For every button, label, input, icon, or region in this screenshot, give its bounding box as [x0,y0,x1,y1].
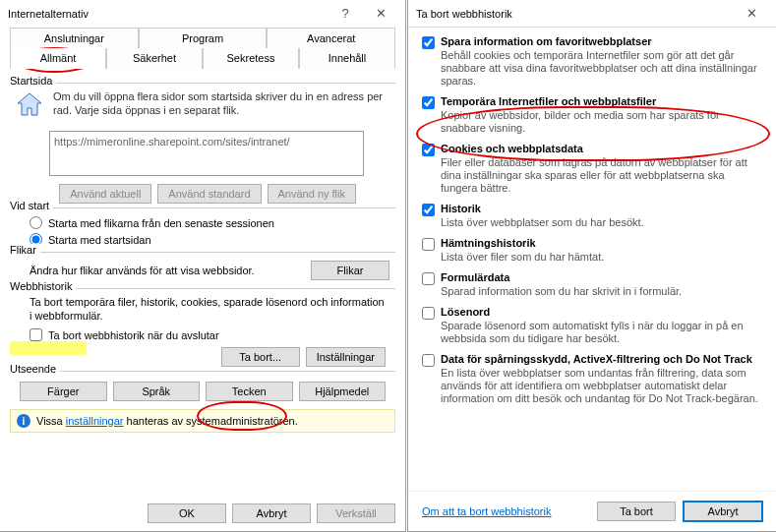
delete-option-0-label: Spara information om favoritwebbplatser [441,35,762,47]
radio-homepage-label: Starta med startsidan [48,234,151,246]
delete-option-4[interactable]: HämtningshistorikLista över filer som du… [422,237,762,264]
delete-options-list: Spara information om favoritwebbplatserB… [408,28,776,405]
delete-option-1-checkbox[interactable] [422,96,435,109]
tabs-settings-button[interactable]: Flikar [311,261,389,280]
delete-cancel-button[interactable]: Avbryt [684,502,762,521]
radio-last-session[interactable]: Starta med flikarna från den senaste ses… [10,214,395,231]
delete-option-2[interactable]: Cookies och webbplatsdataFiler eller dat… [422,143,762,195]
group-history-label: Webbhistorik [10,280,76,292]
delete-option-3-checkbox[interactable] [422,204,435,216]
delete-history-titlebar: Ta bort webbhistorik ✕ [408,0,776,28]
delete-option-7-description: En lista över webbplatser som undantas f… [441,367,762,405]
group-appearance: Utseende Färger Språk Tecken Hjälpmedel [10,371,395,405]
group-homepage-label: Startsida [10,75,56,87]
tab-strip: Anslutningar Program Avancerat Allmänt S… [0,28,405,69]
tab-programs[interactable]: Program [139,28,268,48]
admin-info-text: Vissa inställningar hanteras av systemad… [36,415,298,427]
use-default-button[interactable]: Använd standard [157,184,261,204]
about-delete-history-link[interactable]: Om att ta bort webbhistorik [422,505,551,517]
delete-option-2-label: Cookies och webbplatsdata [441,143,762,154]
delete-option-4-checkbox[interactable] [422,238,435,251]
delete-option-5[interactable]: FormulärdataSparad information som du ha… [422,271,762,298]
delete-option-5-description: Sparad information som du har skrivit in… [441,285,682,298]
delete-option-6-label: Lösenord [441,306,762,318]
colors-button[interactable]: Färger [20,382,107,401]
use-newtab-button[interactable]: Använd ny flik [268,184,356,204]
radio-last-session-label: Starta med flikarna från den senaste ses… [48,217,274,229]
tab-general[interactable]: Allmänt [10,48,106,69]
homepage-description: Om du vill öppna flera sidor som startsi… [53,89,391,117]
cancel-button[interactable]: Avbryt [232,503,311,523]
delete-history-button[interactable]: Ta bort... [221,347,300,367]
delete-history-close-button[interactable]: ✕ [735,3,768,25]
history-settings-button[interactable]: Inställningar [306,347,386,367]
delete-option-0-description: Behåll cookies och temporära Internetfil… [441,49,762,88]
homepage-url-input[interactable]: https://mimeronline.sharepoint.com/sites… [49,131,364,176]
delete-confirm-button[interactable]: Ta bort [597,502,676,521]
group-onstart: Vid start Starta med flikarna från den s… [10,207,395,248]
delete-option-1-description: Kopior av webbsidor, bilder och media so… [441,109,762,135]
delete-option-4-label: Hämtningshistorik [441,237,604,249]
delete-history-footer: Om att ta bort webbhistorik Ta bort Avbr… [408,491,776,531]
help-button[interactable]: ? [328,3,362,25]
delete-option-3-description: Lista över webbplatser som du har besökt… [441,216,644,229]
delete-option-6-description: Sparade lösenord som automatiskt fylls i… [441,320,762,345]
delete-option-1-label: Temporära Internetfiler och webbplatsfil… [441,95,762,107]
group-tabs-label: Flikar [10,244,40,256]
admin-info-bar: i Vissa inställningar hanteras av system… [10,409,395,433]
internet-options-dialog: Internetalternativ ? ✕ Anslutningar Prog… [0,0,406,532]
tab-advanced[interactable]: Avancerat [267,28,395,48]
check-delete-on-exit[interactable]: Ta bort webbhistorik när du avslutar [10,326,395,343]
delete-option-6[interactable]: LösenordSparade lösenord som automatiskt… [422,306,762,345]
tab-security[interactable]: Säkerhet [106,48,203,69]
ok-button[interactable]: OK [148,503,226,523]
apply-button[interactable]: Verkställ [317,503,395,523]
close-button[interactable]: ✕ [364,3,397,25]
delete-history-title: Ta bort webbhistorik [416,0,512,28]
delete-option-2-description: Filer eller databaser som lagras på dato… [441,156,762,195]
radio-homepage[interactable]: Starta med startsidan [10,231,395,248]
group-appearance-label: Utseende [10,363,60,375]
delete-option-3-label: Historik [441,203,644,214]
tab-content[interactable]: Innehåll [299,48,395,69]
radio-last-session-input[interactable] [30,216,42,229]
delete-option-4-description: Lista över filer som du har hämtat. [441,251,604,264]
delete-option-0[interactable]: Spara information om favoritwebbplatserB… [422,35,762,88]
check-delete-on-exit-input[interactable] [30,328,42,341]
dialog-title: Internetalternativ [8,0,89,28]
group-onstart-label: Vid start [10,200,53,211]
group-homepage: Startsida Om du vill öppna flera sidor s… [10,83,395,204]
delete-option-5-checkbox[interactable] [422,272,435,285]
delete-option-7[interactable]: Data för spårningsskydd, ActiveX-filtrer… [422,353,762,405]
home-icon [14,89,45,123]
tabs-description: Ändra hur flikar används för att visa we… [30,265,255,276]
use-current-button[interactable]: Använd aktuell [59,184,151,204]
tab-connections[interactable]: Anslutningar [10,28,139,48]
tab-privacy[interactable]: Sekretess [203,48,299,69]
check-delete-on-exit-label: Ta bort webbhistorik när du avslutar [48,329,219,341]
languages-button[interactable]: Språk [113,382,201,401]
delete-option-7-checkbox[interactable] [422,354,435,367]
info-icon: i [17,414,30,428]
delete-history-dialog: Ta bort webbhistorik ✕ Spara information… [407,0,776,532]
delete-option-5-label: Formulärdata [441,271,682,283]
accessibility-button[interactable]: Hjälpmedel [299,382,387,401]
delete-option-7-label: Data för spårningsskydd, ActiveX-filtrer… [441,353,762,365]
delete-option-0-checkbox[interactable] [422,36,435,49]
delete-option-1[interactable]: Temporära Internetfiler och webbplatsfil… [422,95,762,135]
delete-option-2-checkbox[interactable] [422,144,435,156]
titlebar: Internetalternativ ? ✕ [0,0,405,28]
group-history: Webbhistorik Ta bort temporära filer, hi… [10,288,395,367]
delete-option-6-checkbox[interactable] [422,307,435,320]
history-description: Ta bort temporära filer, historik, cooki… [10,295,395,326]
svg-marker-0 [18,93,41,115]
admin-info-link[interactable]: inställningar [66,415,124,427]
fonts-button[interactable]: Tecken [206,382,293,401]
delete-option-3[interactable]: HistorikLista över webbplatser som du ha… [422,203,762,229]
